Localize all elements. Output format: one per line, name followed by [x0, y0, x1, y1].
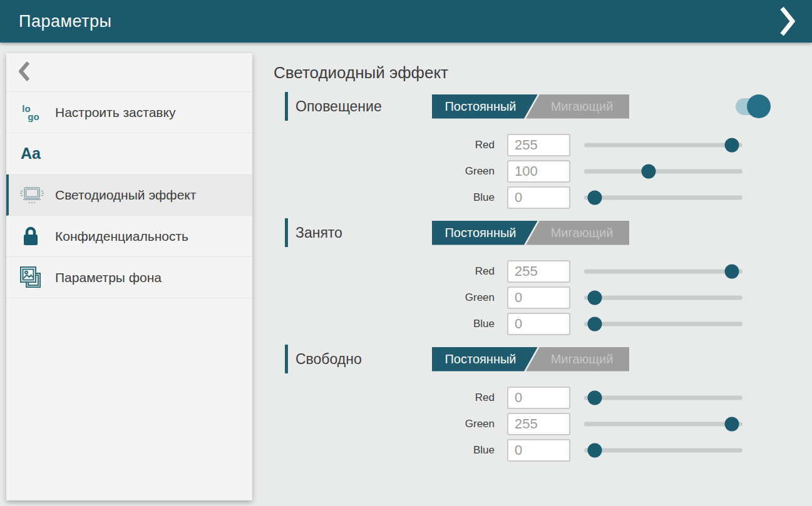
green-slider[interactable]	[584, 291, 743, 305]
section-accent-bar	[285, 218, 288, 247]
background-image-icon	[6, 265, 55, 291]
section-busy: Занято Постоянный Мигающий Red Green	[285, 218, 812, 335]
rgb-label: Red	[445, 392, 495, 404]
led-display-icon	[9, 183, 55, 208]
slider-track	[584, 448, 743, 453]
mode-option-blinking[interactable]: Мигающий	[526, 347, 629, 372]
blue-slider[interactable]	[584, 317, 743, 331]
lock-icon	[6, 225, 55, 248]
slider-knob[interactable]	[588, 443, 602, 458]
chevron-right-icon[interactable]	[777, 5, 798, 38]
logo-icon: lo go	[6, 104, 55, 121]
mode-option-constant[interactable]: Постоянный	[432, 94, 538, 119]
section-label: Оповещение	[296, 98, 432, 115]
chevron-left-icon	[19, 61, 30, 84]
slider-knob[interactable]	[588, 191, 602, 205]
sidebar-item-label: Настроить заставку	[55, 104, 179, 121]
led-effect-panel: Светодиодный эффект Оповещение Постоянны…	[274, 53, 812, 465]
mode-toggle-group: Постоянный Мигающий	[432, 94, 629, 119]
rgb-label: Blue	[445, 444, 495, 457]
rgb-row-green: Green	[445, 160, 812, 183]
slider-track	[584, 296, 743, 300]
rgb-label: Green	[445, 291, 495, 304]
green-value-input[interactable]	[507, 286, 570, 309]
green-slider[interactable]	[584, 164, 743, 179]
green-slider[interactable]	[584, 417, 743, 432]
red-slider[interactable]	[584, 265, 743, 279]
rgb-row-red: Red	[445, 260, 812, 283]
mode-toggle-group: Постоянный Мигающий	[432, 221, 629, 245]
rgb-row-green: Green	[445, 286, 812, 309]
settings-sidebar: lo go Настроить заставку Aa Светодиодный…	[6, 53, 252, 500]
section-label: Свободно	[296, 351, 432, 368]
keywords-icon: Aa	[6, 144, 55, 163]
sidebar-item-led-effect[interactable]: Светодиодный эффект	[6, 175, 252, 216]
section-accent-bar	[285, 92, 288, 121]
red-value-input[interactable]	[507, 260, 570, 283]
green-value-input[interactable]	[507, 413, 570, 435]
slider-knob[interactable]	[725, 417, 739, 432]
rgb-row-blue: Blue	[445, 313, 812, 335]
slider-track	[584, 170, 743, 174]
mode-option-constant[interactable]: Постоянный	[432, 347, 538, 372]
slider-knob[interactable]	[588, 317, 602, 331]
sidebar-item-screensaver[interactable]: lo go Настроить заставку	[6, 92, 252, 133]
blue-value-input[interactable]	[507, 186, 570, 209]
red-slider[interactable]	[584, 391, 743, 405]
section-accent-bar	[285, 345, 288, 373]
section-free: Свободно Постоянный Мигающий Red Green	[285, 344, 812, 462]
slider-track	[584, 396, 743, 400]
switch-knob	[747, 94, 771, 118]
section-label: Занято	[296, 225, 432, 241]
rgb-label: Green	[445, 165, 495, 178]
rgb-row-blue: Blue	[445, 439, 812, 462]
sidebar-item-background[interactable]: Параметры фона	[6, 257, 252, 298]
slider-track	[584, 143, 743, 148]
blue-value-input[interactable]	[507, 439, 570, 462]
slider-knob[interactable]	[725, 265, 739, 279]
slider-track	[584, 270, 743, 274]
sidebar-item-label: Конфиденциальность	[55, 228, 192, 245]
rgb-label: Blue	[445, 191, 495, 204]
rgb-label: Green	[445, 418, 495, 430]
sidebar-item-label: Параметры фона	[55, 270, 165, 286]
green-value-input[interactable]	[507, 160, 570, 183]
rgb-row-red: Red	[445, 387, 812, 409]
slider-track	[584, 196, 743, 200]
mode-option-blinking[interactable]: Мигающий	[526, 221, 629, 245]
slider-track	[584, 322, 743, 326]
red-value-input[interactable]	[507, 134, 570, 156]
mode-option-blinking[interactable]: Мигающий	[526, 94, 629, 119]
blue-value-input[interactable]	[507, 313, 570, 335]
app-title: Параметры	[19, 12, 111, 31]
page-title: Светодиодный эффект	[274, 53, 812, 83]
top-app-bar: Параметры	[0, 0, 812, 43]
red-value-input[interactable]	[507, 387, 570, 409]
slider-knob[interactable]	[641, 164, 655, 179]
section-notification: Оповещение Постоянный Мигающий Red Green	[285, 91, 812, 209]
slider-knob[interactable]	[588, 391, 602, 405]
blue-slider[interactable]	[584, 191, 743, 205]
sidebar-item-privacy[interactable]: Конфиденциальность	[6, 216, 252, 257]
rgb-row-red: Red	[445, 134, 812, 156]
mode-toggle-group: Постоянный Мигающий	[432, 347, 629, 372]
rgb-label: Red	[445, 139, 495, 151]
red-slider[interactable]	[584, 138, 743, 153]
rgb-label: Red	[445, 265, 495, 278]
sidebar-item-keywords[interactable]: Aa	[6, 133, 252, 175]
sidebar-back-button[interactable]	[6, 53, 252, 92]
slider-knob[interactable]	[725, 138, 739, 153]
mode-option-constant[interactable]: Постоянный	[432, 221, 538, 245]
slider-knob[interactable]	[588, 291, 602, 305]
sidebar-item-label: Светодиодный эффект	[55, 187, 200, 203]
rgb-row-green: Green	[445, 413, 812, 435]
blue-slider[interactable]	[584, 443, 743, 458]
rgb-row-blue: Blue	[445, 186, 812, 209]
slider-track	[584, 422, 743, 427]
notification-toggle-switch[interactable]	[736, 98, 764, 115]
rgb-label: Blue	[445, 318, 495, 330]
